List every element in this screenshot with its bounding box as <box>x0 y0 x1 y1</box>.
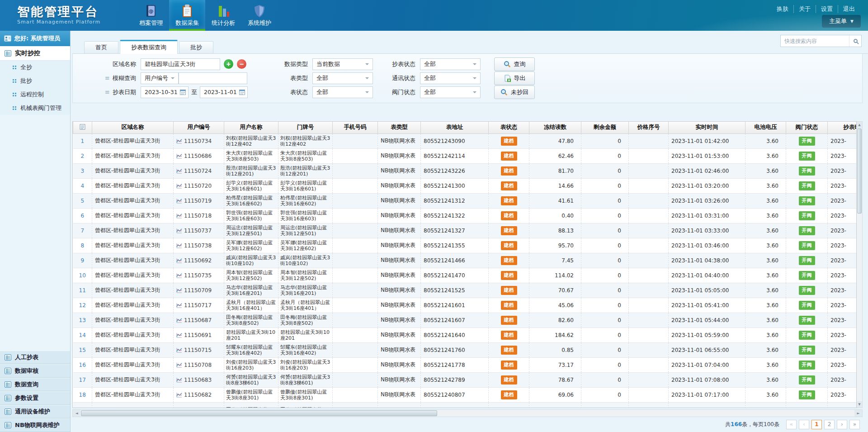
sidebar-group-data-query[interactable]: 数据查询 <box>0 378 70 391</box>
fuzzy-field-select[interactable]: 用户编号 <box>141 72 179 84</box>
trend-chart-icon[interactable] <box>176 258 182 263</box>
table-row[interactable]: 18曾都区-碧桂园翠山蓝天3街11150682曾鹏傲(碧桂园翠山蓝天3街8座30… <box>73 387 857 402</box>
table-row[interactable]: 王俊(碧桂园翠山蓝王俊(碧桂园翠山蓝 <box>73 402 857 408</box>
sidebar-group-data-audit[interactable]: 数据审核 <box>0 364 70 378</box>
sidebar-item-read-all[interactable]: 全抄 <box>0 61 70 74</box>
link-settings[interactable]: 设置 <box>816 5 838 13</box>
sidebar-group-device-maintenance[interactable]: 通用设备维护 <box>0 405 70 418</box>
table-row[interactable]: 3曾都区-碧桂园翠山蓝天3街11150724殷浩(碧桂园翠山蓝天3街12座201… <box>73 163 857 178</box>
sidebar-item-remote-control[interactable]: 远程控制 <box>0 88 70 101</box>
export-button[interactable]: 导出 <box>494 71 535 85</box>
valve-state-select[interactable]: 全部 <box>420 86 481 98</box>
link-logout[interactable]: 退出 <box>838 5 860 13</box>
trend-chart-icon[interactable] <box>176 243 182 248</box>
search-button[interactable] <box>849 35 861 47</box>
table-row[interactable]: 11曾都区-碧桂园翠山蓝天3街11150709马志华(碧桂园翠山蓝天3街16座2… <box>73 283 857 298</box>
sidebar-group-realtime-reading[interactable]: 实时抄控 <box>0 46 70 61</box>
trend-chart-icon[interactable] <box>176 362 182 368</box>
scroll-up-icon[interactable]: ▲ <box>857 122 862 128</box>
meter-state-select[interactable]: 全部 <box>312 86 373 98</box>
prev-page-button[interactable]: ‹ <box>799 420 809 429</box>
trend-chart-icon[interactable] <box>176 303 182 308</box>
select-all-header[interactable] <box>73 122 92 133</box>
link-about[interactable]: 关于 <box>793 5 816 13</box>
scroll-right-icon[interactable]: ► <box>854 410 862 417</box>
tab-meter-data-query[interactable]: 抄表数据查询 <box>120 40 178 54</box>
table-row[interactable]: 14曾都区-碧桂园翠山蓝天3街11150691碧桂园翠山蓝天3街10座201碧桂… <box>73 328 857 342</box>
cell-meter-status <box>489 402 529 408</box>
horizontal-scroll-thumb[interactable] <box>81 410 437 416</box>
date-from-input[interactable]: 2023-10-31 <box>141 86 189 98</box>
trend-chart-icon[interactable] <box>176 228 182 233</box>
table-row[interactable]: 6曾都区-碧桂园翠山蓝天3街11150718郭世强(碧桂园翠山蓝天3街16座60… <box>73 208 857 223</box>
nav-item-statistics[interactable]: 统计分析 <box>205 0 241 31</box>
trend-chart-icon[interactable] <box>176 273 182 278</box>
add-area-button[interactable]: + <box>224 59 233 69</box>
sidebar-group-parameters[interactable]: 参数设置 <box>0 391 70 405</box>
vertical-scroll-thumb[interactable] <box>857 128 862 214</box>
trend-chart-icon[interactable] <box>176 183 182 189</box>
trend-chart-icon[interactable] <box>176 288 182 293</box>
vertical-scrollbar[interactable]: ▲ ▼ <box>857 121 863 408</box>
page-button-1[interactable]: 1 <box>811 420 822 429</box>
trend-chart-icon[interactable] <box>176 318 182 323</box>
trend-chart-icon[interactable] <box>176 392 182 398</box>
horizontal-scrollbar[interactable]: ◄ ► <box>72 409 863 417</box>
table-row[interactable]: 5曾都区-碧桂园翠山蓝天3街11150719柏伟星(碧桂园翠山蓝天3街16座60… <box>73 193 857 208</box>
table-row[interactable]: 13曾都区-碧桂园翠山蓝天3街11150687田冬梅(碧桂园翠山蓝天3街8座50… <box>73 313 857 328</box>
trend-chart-icon[interactable] <box>176 213 182 218</box>
next-page-button[interactable]: › <box>837 420 847 429</box>
column-header: 实时时间 <box>669 122 745 133</box>
page-button-2[interactable]: 2 <box>824 420 835 429</box>
table-row[interactable]: 16曾都区-碧桂园翠山蓝天3街11150708刘俊(碧桂园翠山蓝天3街16座20… <box>73 357 857 372</box>
tab-batch-read[interactable]: 批抄 <box>179 41 213 53</box>
horizontal-scroll-track[interactable] <box>80 410 854 417</box>
trend-chart-icon[interactable] <box>176 198 182 204</box>
table-row[interactable]: 10曾都区-碧桂园翠山蓝天3街11150735周本智(碧桂园翠山蓝天3街12座5… <box>73 268 857 283</box>
sidebar-group-manual-reading[interactable]: 人工抄表 <box>0 351 70 364</box>
table-row[interactable]: 2曾都区-碧桂园翠山蓝天3街11150686朱大庆(碧桂园翠山蓝天3街8座503… <box>73 148 857 163</box>
link-skin[interactable]: 换肤 <box>772 5 793 13</box>
scroll-left-icon[interactable]: ◄ <box>73 410 80 417</box>
table-row[interactable]: 7曾都区-碧桂园翠山蓝天3街11150737周运忠(碧桂园翠山蓝天3街12座50… <box>73 223 857 238</box>
table-row[interactable]: 4曾都区-碧桂园翠山蓝天3街11150720彭学义(碧桂园翠山蓝天3街16座60… <box>73 178 857 193</box>
user-number-text: 11150720 <box>184 183 212 189</box>
area-name-input[interactable] <box>141 58 220 70</box>
vertical-scroll-track[interactable] <box>857 128 862 401</box>
last-page-button[interactable]: » <box>849 420 860 429</box>
tab-home[interactable]: 首页 <box>84 41 118 53</box>
date-to-input[interactable]: 2023-11-01 <box>200 86 248 98</box>
nav-item-archive[interactable]: @ 档案管理 <box>133 0 169 31</box>
table-row[interactable]: 8曾都区-碧桂园翠山蓝天3街11150738吴军娜(碧桂园翠山蓝天3街12座60… <box>73 238 857 253</box>
fuzzy-query-input[interactable] <box>179 72 247 84</box>
trend-chart-icon[interactable] <box>176 377 182 383</box>
scroll-down-icon[interactable]: ▼ <box>857 401 862 408</box>
trend-chart-icon[interactable] <box>176 138 182 144</box>
trend-chart-icon[interactable] <box>176 168 182 174</box>
data-type-select[interactable]: 当前数据 <box>312 58 373 70</box>
table-row[interactable]: 17曾都区-碧桂园翠山蓝天3街11150683何赟(碧桂园翠山蓝天3街8座3梯6… <box>73 372 857 387</box>
cell-realtime-timestamp: 2023-11-01 05:44:00 <box>669 313 745 328</box>
trend-chart-icon[interactable] <box>176 153 182 159</box>
read-state-select[interactable]: 全部 <box>420 58 481 70</box>
comm-state-select[interactable]: 全部 <box>420 72 481 84</box>
remove-area-button[interactable]: − <box>237 59 246 69</box>
table-row[interactable]: 15曾都区-碧桂园翠山蓝天3街11150715邹耀东(碧桂园翠山蓝天3街16座4… <box>73 342 857 357</box>
unread-button[interactable]: 未抄回 <box>494 85 535 99</box>
trend-chart-icon[interactable] <box>176 332 182 338</box>
table-row[interactable]: 12曾都区-碧桂园翠山蓝天3街11150717孟秋月（碧桂园翠山蓝天3街16座4… <box>73 298 857 313</box>
search-input[interactable] <box>781 38 849 44</box>
query-button[interactable]: 查询 <box>494 57 535 71</box>
sidebar-item-mechanical-valve[interactable]: 机械表阀门管理 <box>0 101 70 115</box>
main-menu-button[interactable]: 主菜单 ▼ <box>822 15 861 28</box>
sidebar-item-batch-read[interactable]: 批抄 <box>0 74 70 88</box>
nav-item-data-collection[interactable]: 数据采集 <box>169 0 205 31</box>
table-row[interactable]: 9曾都区-碧桂园翠山蓝天3街11150692戚岚(碧桂园翠山蓝天3街10座102… <box>73 253 857 268</box>
nav-item-maintenance[interactable]: 系统维护 <box>241 0 278 31</box>
trend-chart-icon[interactable] <box>176 347 182 353</box>
sidebar-group-nb-meter-maintenance[interactable]: NB物联网表维护 <box>0 418 70 432</box>
table-row[interactable]: 1曾都区-碧桂园翠山蓝天3街11150734刘权(碧桂园翠山蓝天3街12座402… <box>73 133 857 148</box>
cell-row-number: 10 <box>73 268 92 283</box>
first-page-button[interactable]: « <box>786 420 797 429</box>
meter-type-select[interactable]: 全部 <box>312 72 373 84</box>
